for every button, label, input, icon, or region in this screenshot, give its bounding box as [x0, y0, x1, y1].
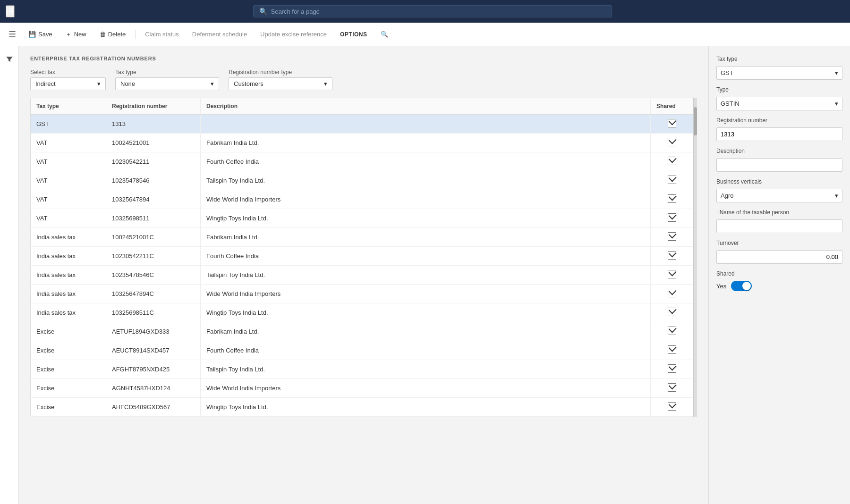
shared-checkbox[interactable] [668, 308, 676, 316]
shared-toggle-yes-label: Yes [716, 283, 726, 290]
shared-checkbox[interactable] [668, 364, 676, 373]
cell-shared [651, 398, 693, 417]
panel-reg-num-label: Registration number [716, 117, 842, 124]
cell-desc: Wingtip Toys India Ltd. [201, 303, 651, 322]
cell-tax-type: Excise [31, 398, 106, 417]
panel-description-label: Description [716, 148, 842, 154]
save-button[interactable]: 💾 Save [23, 28, 58, 41]
panel-business-verticals-dropdown[interactable]: Agro ▾ [716, 189, 842, 202]
select-tax-dropdown[interactable]: Indirect ▾ [30, 77, 106, 90]
col-header-desc: Description [201, 98, 651, 115]
panel-tax-type-group: Tax type GST ▾ [716, 56, 842, 80]
cell-tax-type: India sales tax [31, 285, 106, 303]
cell-desc: Fabrikam India Ltd. [201, 322, 651, 341]
shared-checkbox[interactable] [668, 402, 676, 411]
table-row[interactable]: India sales tax10325647894CWide World In… [31, 285, 693, 303]
cell-desc: Wide World India Importers [201, 379, 651, 398]
table-row[interactable]: ExciseAETUF1894GXD333Fabrikam India Ltd. [31, 322, 693, 341]
cell-desc [201, 115, 651, 134]
app-grid-icon[interactable]: ⊞ [6, 5, 15, 17]
panel-turnover-group: Turnover [716, 240, 842, 264]
hamburger-menu-button[interactable]: ☰ [4, 26, 21, 42]
search-toolbar-button[interactable]: 🔍 [375, 28, 394, 41]
cell-reg-num: 10235478546 [106, 171, 201, 190]
table-row[interactable]: VAT10235478546Tailspin Toy India Ltd. [31, 171, 693, 190]
cell-shared [651, 285, 693, 303]
table-row[interactable]: VAT10024521001Fabrikam India Ltd. [31, 134, 693, 152]
filter-icon[interactable] [2, 52, 17, 67]
shared-checkbox[interactable] [668, 345, 676, 354]
table-row[interactable]: India sales tax10024521001CFabrikam Indi… [31, 228, 693, 247]
tax-type-dropdown[interactable]: None ▾ [115, 77, 219, 90]
deferment-schedule-button[interactable]: Deferment schedule [187, 28, 253, 41]
toolbar: ☰ 💾 Save ＋ New 🗑 Delete Claim status Def… [0, 23, 850, 46]
table-row[interactable]: ExciseAHFCD5489GXD567Wingtip Toys India … [31, 398, 693, 417]
global-search-bar[interactable]: 🔍 [253, 5, 612, 17]
col-header-tax-type: Tax type [31, 98, 106, 115]
table-row[interactable]: VAT10230542211Fourth Coffee India [31, 152, 693, 171]
table-row[interactable]: VAT10325698511Wingtip Toys India Ltd. [31, 209, 693, 228]
shared-checkbox[interactable] [668, 383, 676, 392]
main-content: ENTERPRISE TAX REGISTRATION NUMBERS Sele… [0, 46, 850, 504]
scrollbar-thumb[interactable] [694, 107, 697, 135]
cell-reg-num: 1313 [106, 115, 201, 134]
panel-type-dropdown[interactable]: GSTIN ▾ [716, 97, 842, 110]
shared-checkbox[interactable] [668, 327, 676, 335]
cell-desc: Wide World India Importers [201, 190, 651, 209]
scrollbar-track[interactable] [693, 98, 697, 417]
panel-tax-type-dropdown[interactable]: GST ▾ [716, 66, 842, 80]
shared-checkbox[interactable] [668, 157, 676, 165]
shared-checkbox[interactable] [668, 251, 676, 260]
table-row[interactable]: ExciseAFGHT8795NXD425Tailspin Toy India … [31, 360, 693, 379]
panel-shared-group: Shared Yes [716, 270, 842, 291]
table-row[interactable]: GST1313 [31, 115, 693, 134]
cell-shared [651, 209, 693, 228]
table-row[interactable]: ExciseAGNHT4587HXD124Wide World India Im… [31, 379, 693, 398]
cell-shared [651, 266, 693, 285]
search-input[interactable] [271, 8, 606, 15]
shared-checkbox[interactable] [668, 138, 676, 146]
panel-reg-num-input[interactable] [716, 127, 842, 141]
cell-tax-type: India sales tax [31, 266, 106, 285]
panel-tax-type-label: Tax type [716, 56, 842, 62]
shared-toggle[interactable] [731, 281, 752, 291]
shared-checkbox[interactable] [668, 194, 676, 203]
cell-reg-num: AGNHT4587HXD124 [106, 379, 201, 398]
new-button[interactable]: ＋ New [60, 27, 92, 42]
cell-shared [651, 303, 693, 322]
table-row[interactable]: India sales tax10325698511CWingtip Toys … [31, 303, 693, 322]
shared-checkbox[interactable] [668, 232, 676, 241]
shared-checkbox[interactable] [668, 213, 676, 222]
delete-button[interactable]: 🗑 Delete [94, 28, 132, 41]
save-icon: 💾 [28, 31, 36, 38]
search-toolbar-icon: 🔍 [381, 31, 388, 38]
update-excise-button[interactable]: Update excise reference [255, 28, 332, 41]
cell-tax-type: VAT [31, 190, 106, 209]
shared-checkbox[interactable] [668, 119, 676, 127]
claim-status-button[interactable]: Claim status [139, 28, 185, 41]
panel-description-input[interactable] [716, 158, 842, 172]
tax-type-group: Tax type None ▾ [115, 69, 219, 90]
panel-shared-label: Shared [716, 270, 842, 277]
cell-desc: Fourth Coffee India [201, 341, 651, 360]
cell-desc: Wingtip Toys India Ltd. [201, 398, 651, 417]
cell-tax-type: India sales tax [31, 228, 106, 247]
chevron-down-icon: ▾ [211, 80, 214, 87]
options-button[interactable]: OPTIONS [334, 28, 373, 41]
table-row[interactable]: VAT10325647894Wide World India Importers [31, 190, 693, 209]
cell-desc: Tailspin Toy India Ltd. [201, 266, 651, 285]
panel-turnover-input[interactable] [716, 250, 842, 264]
table-row[interactable]: ExciseAEUCT8914SXD457Fourth Coffee India [31, 341, 693, 360]
right-panel: Tax type GST ▾ Type GSTIN ▾ Registration… [708, 46, 850, 504]
chevron-down-icon: ▾ [835, 192, 838, 199]
panel-taxable-person-input[interactable] [716, 219, 842, 233]
cell-tax-type: Excise [31, 360, 106, 379]
shared-checkbox[interactable] [668, 176, 676, 184]
panel-taxable-person-group: · Name of the taxable person [716, 209, 842, 233]
reg-num-type-dropdown[interactable]: Customers ▾ [229, 77, 332, 90]
page-title: ENTERPRISE TAX REGISTRATION NUMBERS [30, 56, 697, 61]
shared-checkbox[interactable] [668, 289, 676, 297]
shared-checkbox[interactable] [668, 270, 676, 278]
table-row[interactable]: India sales tax10235478546CTailspin Toy … [31, 266, 693, 285]
table-row[interactable]: India sales tax10230542211CFourth Coffee… [31, 247, 693, 266]
